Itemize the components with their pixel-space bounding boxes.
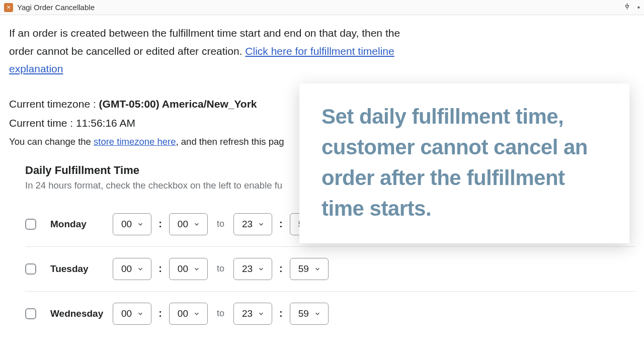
to-label: to	[217, 308, 224, 319]
store-timezone-link[interactable]: store timezone here	[94, 136, 176, 147]
end-hour-value: 23	[242, 219, 253, 230]
start-min-value: 00	[178, 219, 188, 230]
titlebar: ✕ Yagi Order Cancellable •	[0, 0, 644, 15]
day-label: Monday	[50, 219, 106, 230]
start-hour-value: 00	[121, 219, 132, 230]
hint-after: , and then refresh this pag	[176, 136, 284, 147]
chevron-down-icon	[314, 310, 321, 317]
overlay-text: Set daily fulfillment time, customer can…	[321, 102, 607, 224]
colon-sep: :	[158, 308, 162, 319]
more-icon[interactable]: •	[637, 3, 640, 12]
start-hour-select[interactable]: 00	[113, 303, 151, 325]
chevron-down-icon	[258, 310, 265, 317]
start-min-value: 00	[178, 308, 188, 319]
colon-sep: :	[279, 218, 283, 230]
end-hour-select[interactable]: 23	[233, 213, 272, 235]
colon-sep: :	[158, 263, 162, 275]
hint-before: You can change the	[9, 136, 94, 147]
chevron-down-icon	[137, 265, 144, 273]
end-min-select[interactable]: 59	[290, 258, 329, 280]
to-label: to	[217, 263, 224, 274]
end-min-select[interactable]: 59	[290, 303, 329, 325]
end-hour-value: 23	[242, 263, 253, 275]
end-min-value: 59	[298, 263, 309, 275]
checkbox-monday[interactable]	[25, 219, 36, 230]
chevron-down-icon	[258, 221, 265, 228]
colon-sep: :	[279, 308, 283, 319]
day-row-wednesday: Wednesday 00 : 00 to 23 : 59	[25, 292, 635, 336]
chevron-down-icon	[137, 221, 144, 228]
start-hour-select[interactable]: 00	[113, 213, 151, 235]
checkbox-tuesday[interactable]	[25, 263, 36, 275]
end-min-value: 59	[298, 308, 309, 319]
checkbox-wednesday[interactable]	[25, 308, 36, 319]
start-hour-value: 00	[121, 308, 132, 319]
chevron-down-icon	[137, 310, 144, 317]
start-min-select[interactable]: 00	[169, 213, 208, 235]
day-label: Tuesday	[50, 263, 106, 275]
start-min-select[interactable]: 00	[169, 258, 208, 280]
timezone-value: (GMT-05:00) America/New_York	[99, 98, 257, 110]
end-hour-select[interactable]: 23	[233, 303, 272, 325]
pin-icon[interactable]	[623, 3, 631, 12]
chevron-down-icon	[258, 265, 265, 273]
app-icon: ✕	[4, 3, 13, 12]
chevron-down-icon	[193, 221, 200, 228]
day-label: Wednesday	[50, 308, 106, 319]
start-hour-select[interactable]: 00	[113, 258, 151, 280]
chevron-down-icon	[193, 310, 200, 317]
chevron-down-icon	[193, 265, 200, 273]
day-row-tuesday: Tuesday 00 : 00 to 23 : 59	[25, 247, 635, 292]
intro-text: If an order is created between the fulfi…	[9, 24, 427, 78]
start-hour-value: 00	[121, 263, 132, 275]
end-hour-select[interactable]: 23	[233, 258, 272, 280]
start-min-select[interactable]: 00	[169, 303, 208, 325]
to-label: to	[217, 219, 224, 229]
app-title: Yagi Order Cancellable	[17, 3, 95, 12]
info-overlay: Set daily fulfillment time, customer can…	[299, 83, 629, 243]
current-time-label: Current time :	[9, 117, 76, 129]
colon-sep: :	[158, 218, 162, 230]
timezone-label: Current timezone :	[9, 98, 99, 110]
end-hour-value: 23	[242, 308, 253, 319]
colon-sep: :	[279, 263, 283, 275]
start-min-value: 00	[178, 263, 188, 275]
chevron-down-icon	[314, 265, 321, 273]
current-time-value: 11:56:16 AM	[76, 117, 135, 129]
